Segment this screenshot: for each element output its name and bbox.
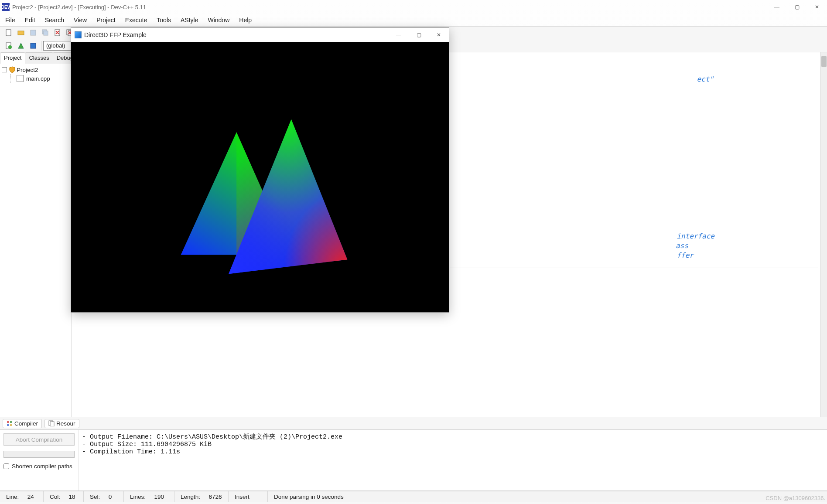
compile-progress-bar (3, 451, 75, 458)
project-shield-icon (9, 66, 16, 73)
code-fragment: interface (677, 232, 714, 240)
svg-rect-0 (6, 30, 11, 36)
status-parse: Done parsing in 0 seconds (268, 491, 827, 502)
shorten-paths-checkbox[interactable]: Shorten compiler paths (3, 463, 75, 470)
svg-rect-15 (7, 424, 9, 426)
svg-rect-18 (50, 422, 54, 426)
code-fragment: ffer (677, 251, 694, 259)
project-options-icon[interactable] (27, 41, 39, 51)
main-title: Project2 - [Project2.dev] - [Executing] … (12, 4, 146, 10)
svg-rect-12 (31, 43, 36, 48)
tree-file-node[interactable]: main.cpp (2, 74, 70, 83)
d3d-viewport (71, 42, 449, 312)
code-fragment: ass (676, 242, 688, 250)
status-line: Line: 24 (0, 491, 44, 502)
code-fragment: ect" (697, 75, 714, 83)
window-minimize-button[interactable]: — (767, 0, 787, 14)
watermark-text: CSDN @a1309602336. (765, 495, 825, 501)
compiler-output[interactable]: - Output Filename: C:\Users\ASUS\Desktop… (79, 430, 827, 490)
compiler-panel: Abort Compilation Shorten compiler paths… (0, 430, 827, 491)
new-source-icon[interactable] (3, 41, 15, 51)
project-tree: - Project2 main.cpp (0, 64, 72, 417)
window-maximize-button[interactable]: ▢ (787, 0, 807, 14)
resources-tab-label: Resour (56, 420, 75, 427)
d3d-close-button[interactable]: ✕ (429, 28, 449, 42)
status-insert: Insert (229, 491, 268, 502)
svg-rect-1 (18, 31, 24, 35)
menu-edit[interactable]: Edit (25, 17, 35, 24)
bottom-tabbar: Compiler Resour (0, 417, 827, 430)
abort-compilation-button[interactable]: Abort Compilation (3, 433, 75, 446)
menu-file[interactable]: File (5, 17, 15, 24)
scope-combo-value: (global) (46, 42, 65, 49)
menu-help[interactable]: Help (239, 17, 252, 24)
d3d-window[interactable]: Direct3D FFP Example — ▢ ✕ (71, 27, 449, 313)
tree-project-node[interactable]: - Project2 (2, 65, 70, 74)
svg-rect-14 (10, 421, 12, 423)
compiler-tab[interactable]: Compiler (3, 419, 42, 428)
window-close-button[interactable]: ✕ (807, 0, 827, 14)
compiler-tab-icon (7, 420, 13, 426)
status-length: Length: 6726 (174, 491, 229, 502)
resources-tab-icon (48, 420, 55, 426)
tab-project[interactable]: Project (0, 52, 25, 64)
svg-rect-16 (10, 424, 12, 426)
tree-expander-icon[interactable]: - (2, 67, 7, 72)
side-panel: Project Classes Debug - Project2 main.cp… (0, 52, 72, 417)
d3d-app-icon (75, 31, 82, 38)
menu-project[interactable]: Project (96, 17, 116, 24)
resources-tab[interactable]: Resour (44, 419, 79, 428)
status-col: Col: 18 (44, 491, 84, 502)
editor-scrollbar[interactable] (820, 52, 827, 417)
menubar: File Edit Search View Project Execute To… (0, 14, 827, 26)
svg-point-11 (8, 45, 12, 49)
new-file-icon[interactable] (3, 27, 15, 38)
d3d-titlebar[interactable]: Direct3D FFP Example — ▢ ✕ (71, 28, 449, 42)
close-file-icon[interactable] (51, 27, 64, 38)
svg-rect-13 (7, 421, 9, 423)
menu-search[interactable]: Search (45, 17, 64, 24)
tree-project-label: Project2 (17, 67, 38, 73)
scrollbar-thumb[interactable] (821, 56, 827, 67)
save-icon[interactable] (27, 27, 39, 38)
compiler-tab-label: Compiler (14, 420, 38, 427)
svg-rect-2 (31, 30, 36, 35)
save-all-icon[interactable] (39, 27, 51, 38)
menu-tools[interactable]: Tools (157, 17, 171, 24)
main-titlebar: DEV Project2 - [Project2.dev] - [Executi… (0, 0, 827, 14)
svg-rect-19 (71, 42, 448, 312)
svg-rect-4 (44, 31, 48, 35)
menu-window[interactable]: Window (208, 17, 229, 24)
d3d-minimize-button[interactable]: — (389, 28, 409, 42)
open-project-icon[interactable] (15, 27, 27, 38)
tree-file-label: main.cpp (24, 75, 50, 82)
menu-view[interactable]: View (74, 17, 87, 24)
d3d-maximize-button[interactable]: ▢ (409, 28, 429, 42)
menu-execute[interactable]: Execute (125, 17, 147, 24)
shorten-paths-label: Shorten compiler paths (12, 463, 72, 470)
status-bar: Line: 24 Col: 18 Sel: 0 Lines: 190 Lengt… (0, 491, 827, 502)
status-lines: Lines: 190 (124, 491, 174, 502)
d3d-title-text: Direct3D FFP Example (84, 31, 147, 38)
menu-astyle[interactable]: AStyle (181, 17, 198, 24)
status-sel: Sel: 0 (84, 491, 124, 502)
source-file-icon (17, 75, 24, 82)
tab-classes[interactable]: Classes (25, 52, 53, 64)
app-icon: DEV (2, 3, 10, 11)
shorten-paths-input[interactable] (3, 463, 9, 469)
add-to-project-icon[interactable] (15, 41, 27, 51)
